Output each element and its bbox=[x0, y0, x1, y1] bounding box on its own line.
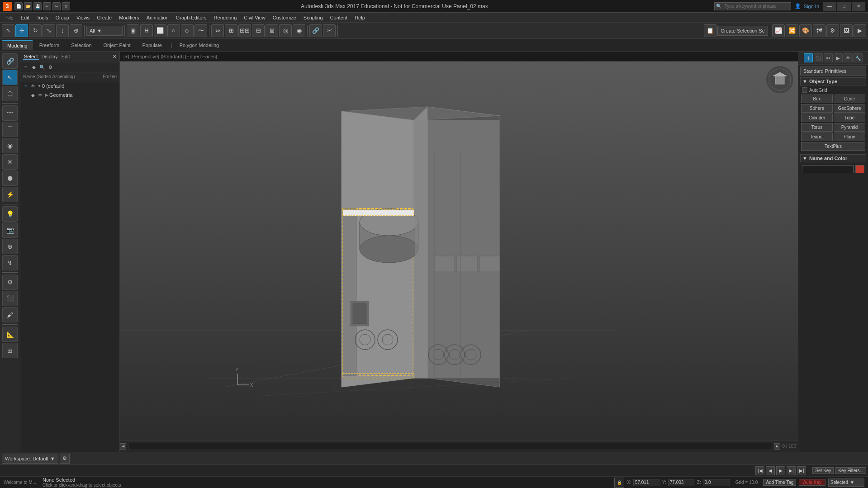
search-box[interactable]: 🔍 bbox=[714, 2, 791, 10]
btn-torus[interactable]: Torus bbox=[801, 123, 833, 132]
selected-dropdown[interactable]: Selected ▼ bbox=[828, 479, 864, 487]
scene-tab-select[interactable]: Select bbox=[23, 54, 39, 60]
maximize-button[interactable]: □ bbox=[837, 2, 851, 11]
scene-tb-layer[interactable]: ≡ bbox=[22, 64, 29, 71]
btn-teapot[interactable]: Teapot bbox=[801, 133, 833, 141]
pb-play[interactable]: ▶ bbox=[776, 466, 785, 475]
y-value[interactable]: 77.003 bbox=[668, 479, 695, 486]
tab-modeling[interactable]: Modeling bbox=[2, 40, 33, 50]
toolbar-curve-editor[interactable]: 📈 bbox=[772, 24, 785, 37]
left-btn-dynamics[interactable]: ⚡ bbox=[2, 187, 18, 202]
btn-plane[interactable]: Plane bbox=[834, 133, 865, 141]
scene-eye-icon[interactable]: 👁 bbox=[29, 82, 37, 90]
toolbar-scale-non[interactable]: ↕ bbox=[56, 24, 69, 37]
menu-modifiers[interactable]: Modifiers bbox=[115, 14, 143, 21]
menu-graph-editors[interactable]: Graph Editors bbox=[172, 14, 210, 21]
qa-settings[interactable]: ⚙ bbox=[62, 2, 70, 10]
menu-customize[interactable]: Customize bbox=[269, 14, 300, 21]
menu-tools[interactable]: Tools bbox=[33, 14, 52, 21]
minimize-button[interactable]: — bbox=[823, 2, 836, 11]
z-value[interactable]: 0.0 bbox=[703, 479, 730, 486]
btn-box[interactable]: Box bbox=[801, 95, 833, 103]
left-btn-measure[interactable]: 📐 bbox=[2, 327, 18, 342]
timeline-next-btn[interactable]: ▶ bbox=[774, 443, 780, 450]
scene-tab-display[interactable]: Display bbox=[41, 54, 59, 60]
tab-populate[interactable]: Populate bbox=[137, 41, 167, 50]
toolbar-material[interactable]: 🎨 bbox=[799, 24, 812, 37]
qa-open[interactable]: 📂 bbox=[24, 2, 32, 10]
toolbar-select-name[interactable]: H bbox=[140, 24, 153, 37]
toolbar-map-material[interactable]: 🗺 bbox=[813, 24, 825, 37]
scene-close-btn[interactable]: ✕ bbox=[113, 54, 117, 60]
toolbar-link[interactable]: 🔗 bbox=[309, 24, 322, 37]
pb-prev-frame[interactable]: ◀ bbox=[766, 466, 775, 475]
menu-group[interactable]: Group bbox=[52, 14, 73, 21]
pb-next-frame[interactable]: ▶| bbox=[787, 466, 796, 475]
toolbar-render-frame[interactable]: 🖼 bbox=[840, 24, 853, 37]
tab-freeform[interactable]: Freeform bbox=[34, 41, 65, 50]
timeline-bar[interactable] bbox=[128, 443, 772, 450]
rp-icon-hierarchy[interactable]: ⚯ bbox=[824, 53, 833, 62]
add-time-tag-btn[interactable]: Add Time Tag bbox=[763, 479, 796, 486]
workspace-settings-btn[interactable]: ⚙ bbox=[60, 454, 70, 464]
left-btn-select[interactable]: ↖ bbox=[2, 70, 18, 85]
rp-icon-create[interactable]: ✛ bbox=[804, 53, 813, 62]
menu-create[interactable]: Create bbox=[93, 14, 115, 21]
left-btn-align2[interactable]: ⊞ bbox=[2, 343, 18, 358]
create-selection-set-btn[interactable]: Create Selection Se bbox=[717, 26, 768, 36]
qa-save[interactable]: 💾 bbox=[33, 2, 42, 10]
toolbar-isolate[interactable]: ◉ bbox=[293, 24, 305, 37]
left-btn-light[interactable]: 💡 bbox=[2, 206, 18, 222]
left-btn-paint[interactable]: 🖌 bbox=[2, 307, 18, 322]
menu-help[interactable]: Help bbox=[351, 14, 369, 21]
scene-tab-edit[interactable]: Edit bbox=[61, 54, 71, 60]
signin-label[interactable]: Sign In bbox=[804, 4, 819, 9]
toolbar-unlink[interactable]: ✂ bbox=[323, 24, 336, 37]
toolbar-circle-select[interactable]: ○ bbox=[167, 24, 180, 37]
viewport-gizmo[interactable] bbox=[766, 66, 793, 93]
btn-cone[interactable]: Cone bbox=[834, 95, 865, 103]
btn-sphere[interactable]: Sphere bbox=[801, 104, 833, 113]
left-btn-particle[interactable]: ✳ bbox=[2, 154, 18, 170]
qa-new[interactable]: 📄 bbox=[14, 2, 23, 10]
tab-object-paint[interactable]: Object Paint bbox=[98, 41, 136, 50]
left-btn-compound[interactable]: ◉ bbox=[2, 138, 18, 153]
autogrid-checkbox[interactable] bbox=[802, 87, 807, 93]
left-btn-spline[interactable]: 〜 bbox=[2, 105, 18, 121]
left-btn-modifier[interactable]: ⬛ bbox=[2, 291, 18, 306]
scene-expand-geometria[interactable]: ▶ bbox=[44, 92, 49, 98]
menu-scripting[interactable]: Scripting bbox=[300, 14, 327, 21]
menu-edit[interactable]: Edit bbox=[17, 14, 33, 21]
toolbar-select-obj[interactable]: ▣ bbox=[127, 24, 139, 37]
menu-civil-view[interactable]: Civil View bbox=[240, 14, 269, 21]
scene-tb-obj[interactable]: ◆ bbox=[30, 64, 38, 71]
btn-pyramid[interactable]: Pyramid bbox=[834, 123, 865, 132]
toolbar-place[interactable]: ⊕ bbox=[70, 24, 82, 37]
tab-selection[interactable]: Selection bbox=[66, 41, 97, 50]
rp-icon-modify[interactable]: ⬛ bbox=[814, 53, 823, 62]
left-btn-link[interactable]: 🔗 bbox=[2, 53, 18, 69]
scene-tb-settings[interactable]: ⚙ bbox=[47, 64, 54, 71]
x-value[interactable]: 57.011 bbox=[633, 479, 660, 486]
toolbar-render-setup[interactable]: ⚙ bbox=[826, 24, 839, 37]
toolbar-rect-select[interactable]: ⬜ bbox=[154, 24, 166, 37]
toolbar-move[interactable]: ✛ bbox=[15, 24, 28, 37]
left-btn-helper[interactable]: ⊕ bbox=[2, 239, 18, 254]
toolbar-quick-render[interactable]: ▶ bbox=[854, 24, 866, 37]
toolbar-fence-select[interactable]: ◇ bbox=[181, 24, 194, 37]
close-button[interactable]: ✕ bbox=[852, 2, 865, 11]
btn-geosphere[interactable]: GeoSphere bbox=[834, 104, 865, 113]
viewport[interactable]: X Y bbox=[120, 62, 798, 440]
lock-selection-btn[interactable]: 🔒 bbox=[614, 478, 624, 488]
rp-section-object-type-header[interactable]: ▼ Object Type bbox=[800, 77, 866, 85]
select-filter-dropdown[interactable]: All ▼ bbox=[86, 26, 123, 36]
toolbar-scale-uniform[interactable]: ⤡ bbox=[43, 24, 55, 37]
toolbar-normal-align[interactable]: ⊠ bbox=[266, 24, 278, 37]
workspace-dropdown[interactable]: Workspace: Default ▼ bbox=[2, 454, 58, 464]
menu-content[interactable]: Content bbox=[327, 14, 351, 21]
rp-icon-motion[interactable]: ▶ bbox=[834, 53, 843, 62]
rp-icon-display[interactable]: 👁 bbox=[844, 53, 853, 62]
toolbar-place-highlight[interactable]: ◎ bbox=[279, 24, 292, 37]
left-btn-systems[interactable]: ⚙ bbox=[2, 275, 18, 290]
toolbar-mirror[interactable]: ⇔ bbox=[211, 24, 224, 37]
